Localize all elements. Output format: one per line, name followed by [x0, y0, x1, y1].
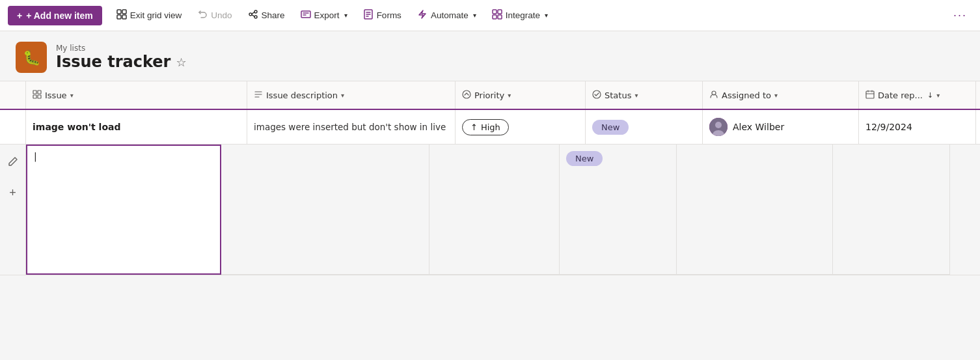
add-new-item-label: + Add new item [26, 10, 93, 21]
status-col-icon [592, 90, 601, 101]
integrate-chevron: ▾ [545, 12, 548, 19]
date-value-1: 12/9/2024 [865, 122, 912, 132]
cell-description-1[interactable]: images were inserted but don't show in l… [247, 110, 456, 144]
assignee-cell-1: Alex Wilber [709, 118, 784, 136]
priority-up-arrow-icon: ↑ [470, 122, 478, 132]
svg-rect-10 [33, 90, 36, 94]
row-side-actions: + [0, 145, 26, 275]
integrate-button[interactable]: Integrate ▾ [485, 5, 554, 25]
plus-icon: + [17, 10, 22, 21]
undo-icon [197, 9, 208, 21]
col-date-chevron: ▾ [936, 92, 940, 99]
col-header-date[interactable]: Date rep... ↓ ▾ [859, 81, 976, 109]
grid-icon [116, 9, 127, 21]
col-priority-chevron: ▾ [508, 92, 511, 99]
cell-status-new[interactable]: New [560, 145, 677, 275]
export-label: Export [314, 10, 340, 20]
editing-status-badge: New [566, 151, 603, 166]
row-number-1 [0, 110, 26, 144]
automate-chevron: ▾ [473, 12, 476, 19]
breadcrumb: My lists [56, 44, 187, 53]
table-row: image won't load images were inserted bu… [0, 110, 980, 145]
svg-point-14 [463, 90, 470, 98]
cell-date-1[interactable]: 12/9/2024 [859, 110, 976, 144]
assignee-name-1: Alex Wilber [733, 122, 784, 132]
col-date-sort-icon: ↓ [927, 91, 933, 100]
automate-label: Automate [431, 10, 469, 20]
col-status-label: Status [605, 90, 631, 100]
header-title-row: Issue tracker ☆ [56, 53, 187, 71]
app-icon: 🐛 [16, 42, 47, 73]
priority-badge-1: ↑ High [462, 119, 509, 135]
export-chevron: ▾ [344, 12, 347, 19]
forms-label: Forms [377, 10, 402, 20]
more-icon: ··· [953, 8, 967, 21]
svg-rect-3 [122, 15, 126, 19]
more-options-button[interactable]: ··· [948, 5, 972, 26]
issue-col-icon [33, 90, 42, 101]
cell-assigned-1[interactable]: Alex Wilber [703, 110, 859, 144]
cell-priority-empty[interactable] [429, 145, 560, 275]
exit-grid-button[interactable]: Exit grid view [110, 5, 189, 25]
svg-rect-4 [301, 11, 310, 18]
svg-point-15 [593, 90, 601, 98]
svg-rect-8 [493, 15, 497, 19]
editing-cells: New [26, 145, 980, 275]
col-header-priority[interactable]: Priority ▾ [456, 81, 586, 109]
svg-rect-7 [498, 10, 502, 14]
cell-date-empty[interactable] [833, 145, 950, 275]
col-header-description[interactable]: Issue description ▾ [247, 81, 456, 109]
page-title: Issue tracker [56, 53, 170, 71]
forms-button[interactable]: Forms [357, 5, 408, 25]
svg-point-19 [715, 122, 722, 128]
add-new-item-button[interactable]: + + Add new item [8, 6, 102, 25]
assigned-col-icon [709, 90, 718, 101]
issue-title-1: image won't load [33, 122, 120, 132]
edit-row-button[interactable] [1, 151, 25, 174]
bug-icon: 🐛 [23, 49, 40, 66]
cell-status-1[interactable]: New [586, 110, 703, 144]
cell-issue-1[interactable]: image won't load [26, 110, 247, 144]
date-col-icon [865, 90, 875, 101]
cell-assigned-empty[interactable] [677, 145, 833, 275]
header-text: My lists Issue tracker ☆ [56, 44, 187, 71]
undo-button[interactable]: Undo [191, 5, 238, 25]
svg-rect-17 [866, 91, 874, 98]
cell-priority-1[interactable]: ↑ High [456, 110, 586, 144]
desc-col-icon [254, 90, 263, 101]
svg-rect-2 [117, 15, 121, 19]
share-button[interactable]: Share [241, 5, 292, 25]
favorite-star-icon[interactable]: ☆ [176, 55, 186, 69]
svg-rect-6 [493, 10, 497, 14]
col-header-issue[interactable]: Issue ▾ [26, 81, 247, 109]
integrate-icon [492, 9, 502, 21]
plus-icon: + [9, 186, 16, 200]
avatar-1 [709, 118, 728, 136]
col-status-chevron: ▾ [634, 92, 638, 99]
col-desc-chevron: ▾ [341, 92, 344, 99]
svg-rect-12 [33, 95, 36, 98]
col-assigned-chevron: ▾ [774, 92, 778, 99]
exit-grid-label: Exit grid view [130, 10, 182, 20]
pencil-icon [8, 156, 18, 169]
text-cursor [34, 151, 37, 161]
integrate-label: Integrate [506, 10, 540, 20]
col-priority-label: Priority [474, 90, 504, 100]
cell-issue-input[interactable] [26, 145, 221, 275]
export-button[interactable]: Export ▾ [294, 5, 354, 25]
svg-rect-0 [117, 10, 121, 14]
col-header-rownum [0, 81, 26, 109]
toolbar: + + Add new item Exit grid view Undo [0, 0, 980, 31]
col-issue-label: Issue [45, 90, 67, 100]
export-icon [301, 9, 311, 21]
col-header-status[interactable]: Status ▾ [586, 81, 703, 109]
share-icon [248, 9, 258, 21]
forms-icon [363, 9, 374, 21]
cell-desc-empty[interactable] [221, 145, 429, 275]
add-row-button[interactable]: + [1, 181, 25, 204]
col-issue-chevron: ▾ [70, 92, 74, 99]
col-assigned-label: Assigned to [722, 90, 771, 100]
priority-value-1: High [481, 122, 500, 132]
col-header-assigned[interactable]: Assigned to ▾ [703, 81, 859, 109]
automate-button[interactable]: Automate ▾ [411, 5, 483, 25]
